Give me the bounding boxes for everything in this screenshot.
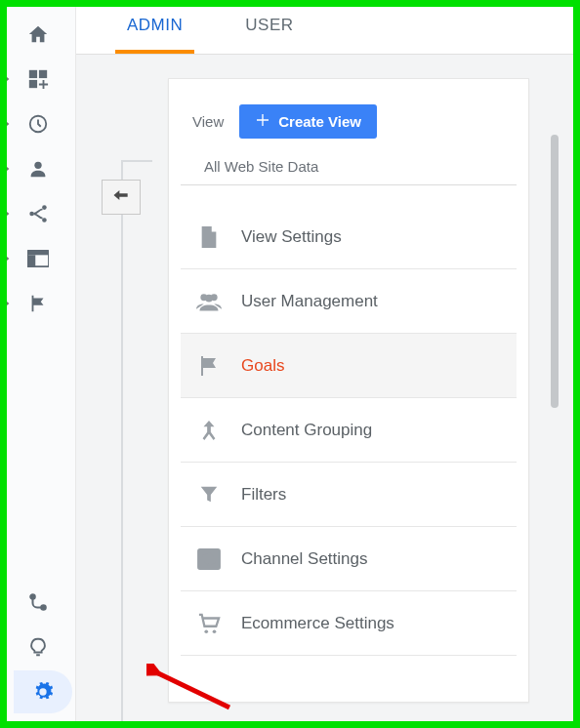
timeline-line [121,160,123,728]
menu-label: User Management [241,292,378,311]
nav-discover[interactable] [0,625,75,669]
left-sidebar [0,0,76,728]
menu-label: Filters [241,485,286,505]
menu-channel-settings[interactable]: Channel Settings [181,527,517,591]
svg-point-11 [30,594,35,599]
svg-point-4 [34,162,41,169]
view-panel: View Create View All Web Site Data [168,78,529,703]
lightbulb-icon [27,636,49,658]
svg-point-17 [204,629,208,633]
home-icon [14,23,62,45]
nav-acquisition[interactable] [0,191,75,236]
nav-admin[interactable] [0,669,75,714]
caret-right-icon [0,210,14,218]
menu-label: Goals [241,356,284,376]
svg-rect-10 [27,255,35,266]
svg-point-18 [213,629,217,633]
svg-point-7 [42,218,47,222]
caret-right-icon [0,255,14,263]
dashboard-plus-icon [14,68,62,90]
view-menu: View Settings User Management Goals [169,185,528,656]
transfer-icon [194,548,224,570]
svg-point-5 [29,212,34,217]
funnel-icon [194,484,224,506]
svg-rect-9 [27,251,49,256]
menu-label: View Settings [241,227,342,247]
svg-point-12 [41,605,46,610]
tab-user[interactable]: USER [233,0,305,54]
nav-realtime[interactable] [0,101,75,146]
back-button[interactable] [102,180,141,215]
svg-point-6 [42,205,47,210]
nav-behavior[interactable] [0,236,75,281]
create-view-label: Create View [278,113,361,130]
timeline-connector [121,160,152,162]
svg-rect-0 [29,70,37,78]
cart-icon [194,613,224,634]
nav-audience[interactable] [0,146,75,191]
menu-filters[interactable]: Filters [181,463,517,527]
menu-content-grouping[interactable]: Content Grouping [181,398,517,463]
clock-icon [14,113,62,135]
layout-icon [14,250,62,267]
current-view-name[interactable]: All Web Site Data [181,152,517,185]
menu-goals[interactable]: Goals [181,334,517,398]
nav-customization[interactable] [0,57,75,101]
flag-icon [194,354,224,378]
flag-icon [14,293,62,314]
gear-icon [14,670,72,713]
caret-right-icon [0,120,14,128]
menu-ecommerce-settings[interactable]: Ecommerce Settings [181,591,517,656]
view-label: View [192,113,224,130]
caret-right-icon [0,165,14,173]
menu-user-management[interactable]: User Management [181,269,517,334]
person-icon [14,158,62,180]
tab-bar: ADMIN USER [76,0,580,55]
menu-label: Channel Settings [241,549,367,569]
back-arrow-icon [111,187,131,207]
svg-rect-2 [39,70,47,78]
create-view-button[interactable]: Create View [239,104,377,139]
merge-up-icon [194,419,224,442]
svg-rect-16 [198,548,220,568]
tab-admin[interactable]: ADMIN [115,0,194,54]
scrollbar[interactable] [551,135,559,408]
nav-attribution[interactable] [0,580,75,625]
nav-conversions[interactable] [0,281,75,326]
merge-icon [14,203,62,224]
nav-home[interactable] [0,12,75,57]
path-icon [27,591,49,613]
caret-right-icon [0,300,14,307]
plus-icon [255,112,270,131]
document-icon [194,224,224,250]
people-icon [194,292,224,311]
main-content: ADMIN USER View Create View [76,0,580,728]
caret-right-icon [0,75,14,83]
menu-label: Ecommerce Settings [241,614,394,633]
menu-label: Content Grouping [241,421,372,440]
svg-rect-1 [29,80,37,88]
menu-view-settings[interactable]: View Settings [181,205,517,269]
svg-point-15 [205,294,213,302]
